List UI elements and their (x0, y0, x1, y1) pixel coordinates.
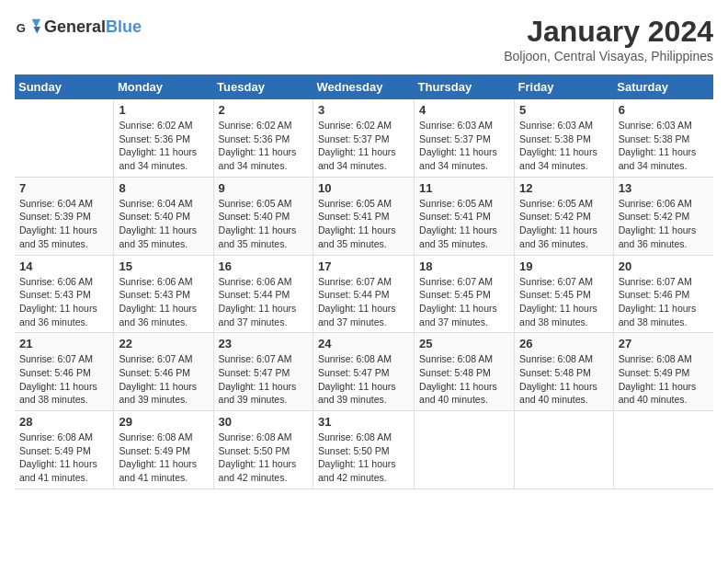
cell-content: Daylight: 11 hours (619, 224, 709, 237)
svg-text:G: G (17, 21, 26, 35)
cell-content: and 40 minutes. (619, 393, 709, 407)
cell-content: Sunrise: 6:07 AM (519, 275, 609, 289)
calendar-cell (15, 99, 114, 177)
calendar-cell: 8Sunrise: 6:04 AMSunset: 5:40 PMDaylight… (114, 177, 213, 255)
calendar-cell: 29Sunrise: 6:08 AMSunset: 5:49 PMDayligh… (114, 411, 213, 489)
calendar-cell: 9Sunrise: 6:05 AMSunset: 5:40 PMDaylight… (213, 177, 313, 255)
day-number: 17 (318, 259, 409, 273)
logo-icon: G (15, 15, 40, 40)
day-number: 2 (219, 103, 308, 117)
cell-content: Sunrise: 6:08 AM (419, 352, 509, 366)
day-number: 25 (419, 337, 509, 350)
calendar-header-cell: Thursday (415, 75, 515, 99)
cell-content: Sunrise: 6:08 AM (318, 352, 409, 366)
cell-content: Sunrise: 6:07 AM (119, 352, 208, 366)
cell-content: Daylight: 11 hours (419, 302, 509, 316)
calendar-cell: 20Sunrise: 6:07 AMSunset: 5:46 PMDayligh… (613, 255, 713, 333)
cell-content: Sunrise: 6:02 AM (119, 119, 208, 132)
day-number: 10 (318, 181, 409, 195)
calendar-header-cell: Monday (114, 75, 213, 99)
day-number: 18 (419, 259, 509, 273)
cell-content: Daylight: 11 hours (119, 380, 208, 394)
day-number: 11 (419, 181, 509, 195)
cell-content: Sunrise: 6:05 AM (419, 197, 509, 211)
cell-content: and 38 minutes. (19, 393, 108, 407)
calendar-header-cell: Tuesday (213, 75, 313, 99)
cell-content: Daylight: 11 hours (219, 380, 308, 394)
cell-content: and 41 minutes. (119, 471, 208, 485)
cell-content: and 36 minutes. (119, 316, 208, 329)
calendar-cell: 14Sunrise: 6:06 AMSunset: 5:43 PMDayligh… (15, 255, 114, 333)
day-number: 23 (219, 337, 308, 350)
day-number: 29 (119, 415, 208, 429)
cell-content: Sunset: 5:45 PM (519, 288, 609, 302)
logo-text: GeneralBlue (44, 18, 142, 37)
cell-content: Daylight: 11 hours (19, 457, 108, 471)
calendar-cell: 3Sunrise: 6:02 AMSunset: 5:37 PMDaylight… (313, 99, 414, 177)
calendar-cell: 21Sunrise: 6:07 AMSunset: 5:46 PMDayligh… (15, 333, 114, 411)
cell-content: and 42 minutes. (219, 471, 308, 485)
cell-content: Sunset: 5:41 PM (419, 210, 509, 224)
cell-content: Sunrise: 6:08 AM (519, 352, 609, 366)
day-number: 9 (219, 181, 308, 195)
day-number: 31 (318, 415, 409, 429)
cell-content: and 39 minutes. (119, 393, 208, 407)
cell-content: Sunrise: 6:05 AM (219, 197, 308, 211)
cell-content: Sunrise: 6:05 AM (318, 197, 409, 211)
cell-content: Daylight: 11 hours (419, 224, 509, 237)
calendar-cell: 22Sunrise: 6:07 AMSunset: 5:46 PMDayligh… (114, 333, 213, 411)
calendar-cell: 23Sunrise: 6:07 AMSunset: 5:47 PMDayligh… (213, 333, 313, 411)
cell-content: Sunset: 5:40 PM (219, 210, 308, 224)
day-number: 28 (19, 415, 108, 429)
cell-content: Sunrise: 6:05 AM (519, 197, 609, 211)
cell-content: Sunset: 5:37 PM (318, 132, 409, 146)
calendar-header-cell: Saturday (613, 75, 713, 99)
cell-content: and 35 minutes. (219, 237, 308, 251)
cell-content: and 36 minutes. (619, 237, 709, 251)
calendar-cell: 6Sunrise: 6:03 AMSunset: 5:38 PMDaylight… (613, 99, 713, 177)
cell-content: Sunset: 5:45 PM (419, 288, 509, 302)
cell-content: Daylight: 11 hours (619, 380, 709, 394)
day-number: 13 (619, 181, 709, 195)
cell-content: Sunset: 5:37 PM (419, 132, 509, 146)
cell-content: Sunset: 5:43 PM (119, 288, 208, 302)
calendar-cell: 11Sunrise: 6:05 AMSunset: 5:41 PMDayligh… (415, 177, 515, 255)
day-number: 6 (619, 103, 709, 117)
cell-content: Sunset: 5:47 PM (219, 366, 308, 380)
cell-content: Sunset: 5:46 PM (19, 366, 108, 380)
day-number: 20 (619, 259, 709, 273)
calendar-header-cell: Wednesday (313, 75, 414, 99)
cell-content: Daylight: 11 hours (419, 380, 509, 394)
cell-content: Sunrise: 6:07 AM (619, 275, 709, 289)
calendar-cell: 15Sunrise: 6:06 AMSunset: 5:43 PMDayligh… (114, 255, 213, 333)
cell-content: Sunrise: 6:02 AM (219, 119, 308, 132)
cell-content: Daylight: 11 hours (619, 145, 709, 159)
calendar-cell: 27Sunrise: 6:08 AMSunset: 5:49 PMDayligh… (613, 333, 713, 411)
calendar-cell: 2Sunrise: 6:02 AMSunset: 5:36 PMDaylight… (213, 99, 313, 177)
cell-content: and 36 minutes. (19, 316, 108, 329)
calendar-cell: 10Sunrise: 6:05 AMSunset: 5:41 PMDayligh… (313, 177, 414, 255)
calendar-week-row: 28Sunrise: 6:08 AMSunset: 5:49 PMDayligh… (15, 411, 713, 489)
cell-content: Sunrise: 6:03 AM (619, 119, 709, 132)
cell-content: Sunset: 5:50 PM (219, 444, 308, 458)
cell-content: and 35 minutes. (19, 237, 108, 251)
cell-content: Daylight: 11 hours (219, 224, 308, 237)
calendar-cell: 30Sunrise: 6:08 AMSunset: 5:50 PMDayligh… (213, 411, 313, 489)
calendar-header-cell: Friday (515, 75, 614, 99)
cell-content: Daylight: 11 hours (19, 302, 108, 316)
cell-content: Sunrise: 6:07 AM (318, 275, 409, 289)
calendar-cell: 12Sunrise: 6:05 AMSunset: 5:42 PMDayligh… (515, 177, 614, 255)
calendar-header-cell: Sunday (15, 75, 114, 99)
cell-content: Sunset: 5:36 PM (119, 132, 208, 146)
calendar-cell: 7Sunrise: 6:04 AMSunset: 5:39 PMDaylight… (15, 177, 114, 255)
calendar-cell (613, 411, 713, 489)
cell-content: Sunrise: 6:03 AM (419, 119, 509, 132)
day-number: 12 (519, 181, 609, 195)
calendar-cell (415, 411, 515, 489)
location: Boljoon, Central Visayas, Philippines (504, 49, 713, 63)
cell-content: and 35 minutes. (119, 237, 208, 251)
cell-content: and 39 minutes. (318, 393, 409, 407)
cell-content: and 39 minutes. (219, 393, 308, 407)
cell-content: Sunset: 5:40 PM (119, 210, 208, 224)
day-number: 24 (318, 337, 409, 350)
